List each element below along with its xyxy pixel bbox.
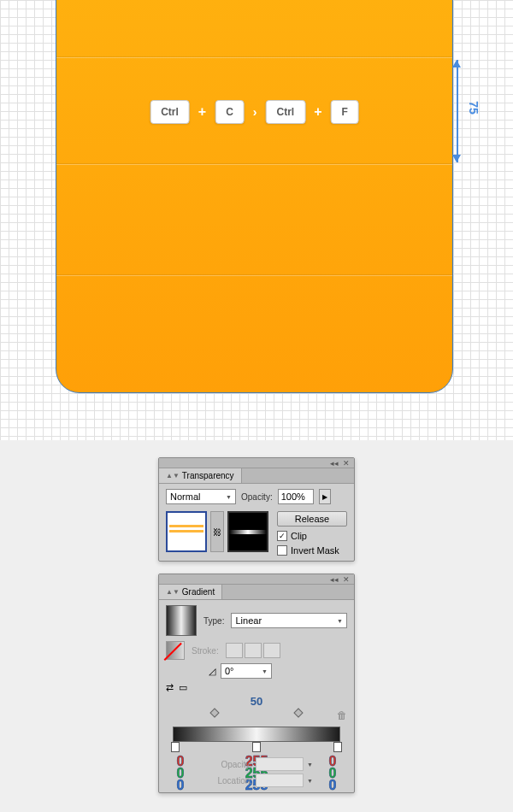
- stroke-mode-within[interactable]: [226, 643, 243, 658]
- tab-gradient[interactable]: ▲▼ Gradient: [159, 585, 222, 599]
- b-value: 0: [169, 780, 192, 791]
- stop-location-input[interactable]: [256, 774, 304, 787]
- collapse-icon[interactable]: ◂◂: [330, 576, 339, 583]
- gradient-type-value: Linear: [235, 615, 262, 626]
- key-f: F: [331, 100, 359, 124]
- stop-location-label: Location:: [211, 776, 252, 786]
- chevron-down-icon: ▼: [262, 668, 268, 674]
- transparency-panel: ◂◂ ✕ ▲▼ Transparency Normal ▼ Opacity: ▶: [158, 457, 355, 562]
- shortcut-overlay: Ctrl + C › Ctrl + F: [150, 100, 359, 124]
- close-icon[interactable]: ✕: [342, 460, 351, 467]
- invert-mask-label: Invert Mask: [291, 545, 339, 556]
- artwork-thumbnail[interactable]: [166, 511, 207, 552]
- dimension-arrow: [448, 60, 465, 162]
- fold-line: [56, 274, 452, 275]
- opacity-label: Opacity:: [241, 492, 273, 502]
- panel-controls: ◂◂ ✕: [159, 574, 354, 585]
- gradient-fill-preview[interactable]: [166, 605, 197, 636]
- dimension-value: 75: [467, 101, 481, 115]
- gradient-type-select[interactable]: Linear ▼: [231, 613, 347, 628]
- midpoint-slider[interactable]: 🗑: [173, 709, 340, 727]
- midpoint-value: 50: [166, 695, 347, 708]
- release-button[interactable]: Release: [277, 511, 347, 527]
- stroke-gradient-preview[interactable]: [166, 641, 185, 660]
- fold-line: [56, 163, 452, 164]
- opacity-input[interactable]: [278, 489, 314, 504]
- blend-mode-value: Normal: [170, 491, 200, 502]
- clip-checkbox[interactable]: ✓: [277, 531, 287, 541]
- updown-icon: ▲▼: [166, 472, 180, 480]
- gradient-panel: ◂◂ ✕ ▲▼ Gradient Type: Linear ▼ Stroke:: [158, 574, 355, 793]
- tab-label: Transparency: [182, 471, 234, 480]
- blend-mode-select[interactable]: Normal ▼: [166, 489, 236, 504]
- panel-tabs: ▲▼ Transparency: [159, 468, 354, 484]
- plus-icon: +: [314, 104, 321, 120]
- close-icon[interactable]: ✕: [342, 576, 351, 583]
- chevron-down-icon: ▼: [226, 494, 232, 500]
- panels-area: ◂◂ ✕ ▲▼ Transparency Normal ▼ Opacity: ▶: [0, 440, 513, 812]
- angle-input[interactable]: 0° ▼: [221, 663, 272, 679]
- chevron-down-icon: ▼: [337, 618, 343, 624]
- mask-thumbnail[interactable]: [227, 511, 268, 552]
- stop-opacity-label: Opacity:: [211, 760, 252, 769]
- fold-line: [56, 56, 452, 57]
- trash-icon[interactable]: 🗑: [337, 709, 347, 721]
- angle-icon: ◿: [209, 666, 215, 677]
- type-label: Type:: [203, 616, 224, 626]
- color-stop-right[interactable]: [333, 742, 342, 752]
- canvas-grid[interactable]: Ctrl + C › Ctrl + F 75: [0, 0, 513, 440]
- key-ctrl: Ctrl: [150, 100, 190, 124]
- panel-tabs: ▲▼ Gradient: [159, 585, 354, 600]
- invert-mask-checkbox[interactable]: [277, 545, 287, 556]
- gradient-ramp[interactable]: [173, 727, 340, 742]
- stop-opacity-input[interactable]: [256, 757, 304, 771]
- color-stop-mid[interactable]: [252, 742, 261, 752]
- aspect-ratio-icon[interactable]: ▭: [179, 682, 187, 693]
- clip-label: Clip: [291, 531, 307, 541]
- key-ctrl: Ctrl: [266, 100, 306, 124]
- tab-label: Gradient: [182, 587, 215, 597]
- panel-controls: ◂◂ ✕: [159, 458, 354, 468]
- artwork-shape[interactable]: Ctrl + C › Ctrl + F: [56, 0, 453, 393]
- tab-transparency[interactable]: ▲▼ Transparency: [159, 468, 242, 483]
- stroke-mode-across[interactable]: [263, 643, 280, 658]
- updown-icon: ▲▼: [166, 588, 180, 596]
- stroke-mode-along[interactable]: [245, 643, 262, 658]
- opacity-flyout-button[interactable]: ▶: [319, 489, 331, 504]
- chevron-right-icon: ›: [253, 105, 257, 119]
- key-c: C: [215, 100, 245, 124]
- plus-icon: +: [198, 104, 206, 120]
- midpoint-handle[interactable]: [293, 708, 303, 717]
- stroke-label: Stroke:: [192, 646, 219, 656]
- link-mask-toggle[interactable]: ⛓: [210, 511, 224, 552]
- b-value: 0: [321, 780, 344, 791]
- collapse-icon[interactable]: ◂◂: [330, 460, 339, 467]
- midpoint-handle[interactable]: [209, 708, 219, 717]
- color-stop-left[interactable]: [171, 742, 180, 752]
- reverse-gradient-icon[interactable]: ⇄: [166, 682, 174, 693]
